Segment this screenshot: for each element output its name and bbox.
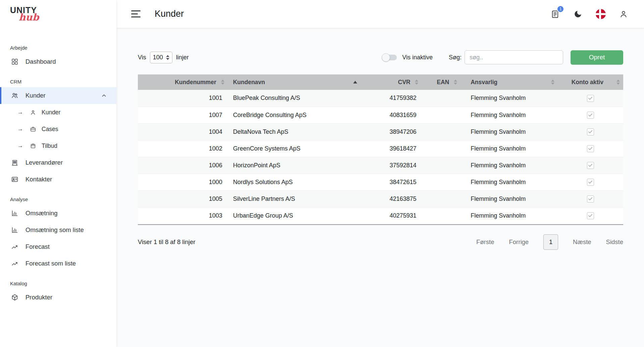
table-row[interactable]: 1007 CoreBridge Consulting ApS 40831659 … [138, 107, 623, 123]
sort-icon [454, 80, 457, 85]
page-size-select[interactable]: 100 [150, 52, 172, 63]
cell-kundenummer: 1005 [138, 190, 228, 207]
col-ean[interactable]: EAN [422, 74, 461, 90]
table-row[interactable]: 1006 HorizonPoint ApS 37592814 Flemming … [138, 157, 623, 174]
pagination-prev[interactable]: Forrige [509, 238, 529, 246]
sort-icon [415, 80, 418, 85]
konto-aktiv-checkbox[interactable] [587, 162, 594, 169]
cell-ansvarlig: Flemming Svanholm [461, 107, 557, 123]
cell-kundenummer: 1001 [138, 90, 228, 107]
sidebar-item-label: Dashboard [25, 58, 56, 65]
bar-chart-icon [11, 209, 19, 217]
search-input[interactable] [465, 50, 563, 64]
nav-section-analyse: Analyse [0, 196, 116, 202]
sidebar-item-kunder-sub[interactable]: → Kunder [0, 104, 116, 121]
sidebar-item-forecast[interactable]: Forecast [0, 238, 116, 255]
cell-ansvarlig: Flemming Svanholm [461, 140, 557, 157]
table-row[interactable]: 1000 Nordlys Solutions ApS 38472615 Flem… [138, 174, 623, 190]
cell-konto-aktiv [558, 207, 623, 224]
sidebar-item-kunder[interactable]: Kunder [0, 87, 116, 104]
briefcase-icon [29, 125, 37, 133]
id-card-icon [11, 175, 19, 183]
cell-kundenavn: GreenCore Systems ApS [228, 140, 361, 157]
brand-logo: UNITY hub [0, 5, 116, 36]
sidebar-item-label: Produkter [25, 294, 52, 301]
menu-icon[interactable] [131, 10, 141, 17]
cell-cvr: 40831659 [361, 107, 422, 123]
sidebar-item-omsaetning[interactable]: Omsætning [0, 205, 116, 222]
cell-cvr: 40275931 [361, 207, 422, 224]
table-row[interactable]: 1005 SilverLine Partners A/S 42163875 Fl… [138, 190, 623, 207]
table-row[interactable]: 1002 GreenCore Systems ApS 39618427 Flem… [138, 140, 623, 157]
col-cvr[interactable]: CVR [361, 74, 422, 90]
vis-inaktive-toggle[interactable] [383, 55, 397, 60]
sidebar-item-label: Tilbud [42, 142, 57, 150]
cell-ansvarlig: Flemming Svanholm [461, 174, 557, 190]
cell-cvr: 42163875 [361, 190, 422, 207]
sidebar-item-leverandorer[interactable]: Leverandører [0, 154, 116, 171]
vis-inaktive-label: Vis inaktive [402, 54, 433, 61]
cell-ean [422, 157, 461, 174]
nav-section-arbejde: Arbejde [0, 45, 116, 51]
select-stepper-icon [166, 55, 169, 60]
search-label: Søg: [449, 54, 462, 61]
sidebar-item-label: Cases [42, 126, 58, 133]
cell-ansvarlig: Flemming Svanholm [461, 190, 557, 207]
konto-aktiv-checkbox[interactable] [587, 95, 594, 102]
cell-konto-aktiv [558, 174, 623, 190]
language-flag-icon[interactable] [596, 9, 606, 19]
konto-aktiv-checkbox[interactable] [587, 179, 594, 186]
col-kundenavn[interactable]: Kundenavn [228, 74, 361, 90]
grid-icon [11, 58, 19, 66]
konto-aktiv-checkbox[interactable] [587, 195, 594, 203]
pagination-next[interactable]: Næste [573, 238, 591, 246]
col-ansvarlig[interactable]: Ansvarlig [461, 74, 557, 90]
show-label: Vis [138, 54, 146, 61]
document-icon [29, 142, 37, 150]
sort-icon [221, 80, 224, 85]
sidebar-item-omsaetning-liste[interactable]: Omsætning som liste [0, 222, 116, 238]
pagination-last[interactable]: Sidste [606, 238, 623, 246]
konto-aktiv-checkbox[interactable] [587, 128, 594, 135]
cell-kundenummer: 1002 [138, 140, 228, 157]
sidebar-item-kontakter[interactable]: Kontakter [0, 171, 116, 188]
bar-chart-icon [11, 226, 19, 234]
konto-aktiv-checkbox[interactable] [587, 212, 594, 219]
table-toolbar: Vis 100 linjer Vis inaktive Søg: Opret [138, 50, 623, 65]
col-kundenummer[interactable]: Kundenummer [138, 74, 228, 90]
sidebar-item-label: Omsætning som liste [25, 226, 84, 234]
sidebar-item-produkter[interactable]: Produkter [0, 289, 116, 306]
cell-kundenavn: HorizonPoint ApS [228, 157, 361, 174]
sidebar-item-label: Kontakter [25, 176, 52, 183]
dark-mode-icon[interactable] [573, 9, 583, 19]
cell-konto-aktiv [558, 157, 623, 174]
sidebar-item-tilbud[interactable]: → Tilbud [0, 137, 116, 154]
col-konto-aktiv[interactable]: Konto aktiv [558, 74, 623, 90]
konto-aktiv-checkbox[interactable] [587, 112, 594, 119]
sidebar-item-cases[interactable]: → Cases [0, 121, 116, 137]
table-row[interactable]: 1001 BluePeak Consulting A/S 41759382 Fl… [138, 90, 623, 107]
table-row[interactable]: 1004 DeltaNova Tech ApS 38947206 Flemmin… [138, 123, 623, 140]
table-row[interactable]: 1003 UrbanEdge Group A/S 40275931 Flemmi… [138, 207, 623, 224]
notifications-icon[interactable]: 1 [550, 9, 560, 19]
cell-konto-aktiv [558, 90, 623, 107]
cell-cvr: 38947206 [361, 123, 422, 140]
cell-kundenummer: 1000 [138, 174, 228, 190]
cell-kundenavn: UrbanEdge Group A/S [228, 207, 361, 224]
sort-icon [551, 80, 554, 85]
sidebar-item-dashboard[interactable]: Dashboard [0, 53, 116, 70]
pagination-current[interactable]: 1 [543, 234, 558, 250]
cell-kundenavn: Nordlys Solutions ApS [228, 174, 361, 190]
cell-kundenummer: 1007 [138, 107, 228, 123]
pagination-first[interactable]: Første [476, 238, 494, 246]
create-button[interactable]: Opret [571, 50, 623, 65]
cell-cvr: 41759382 [361, 90, 422, 107]
sort-icon [616, 80, 620, 85]
arrow-right-icon: → [17, 142, 24, 149]
sidebar-item-forecast-liste[interactable]: Forecast som liste [0, 255, 116, 272]
cell-ean [422, 174, 461, 190]
cell-kundenavn: BluePeak Consulting A/S [228, 90, 361, 107]
konto-aktiv-checkbox[interactable] [587, 145, 594, 152]
cell-ean [422, 123, 461, 140]
user-profile-icon[interactable] [619, 9, 629, 19]
